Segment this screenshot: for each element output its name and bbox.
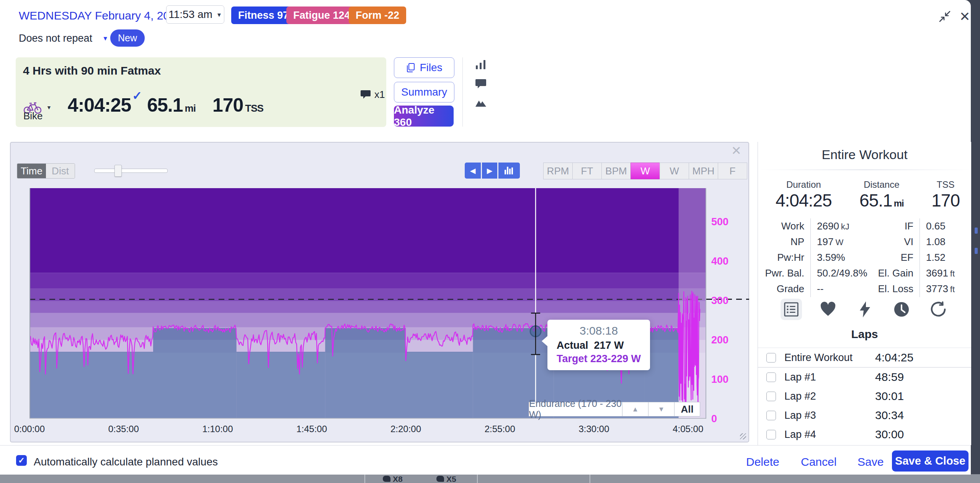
distance-value[interactable]: 65.1mi: [147, 94, 196, 116]
tss-value[interactable]: 170TSS: [212, 94, 263, 116]
bolt-icon: [858, 301, 871, 318]
histogram-button[interactable]: [498, 163, 520, 179]
comment-count: x1: [374, 89, 385, 101]
time-select[interactable]: 11:53 am ▼: [166, 5, 224, 24]
comments-indicator[interactable]: x1: [360, 89, 385, 101]
channel-bpm[interactable]: BPM: [601, 163, 631, 179]
channel-ft[interactable]: FT: [572, 163, 602, 179]
tab-heart-rate[interactable]: [817, 299, 839, 320]
prev-channel-button[interactable]: ◀: [465, 163, 481, 179]
panel-title: Entire Workout: [758, 147, 971, 162]
detail-tabs: [758, 299, 971, 320]
channel-mph[interactable]: MPH: [689, 163, 718, 179]
y-tick-label: 400: [711, 255, 728, 267]
lap-checkbox[interactable]: [766, 430, 776, 439]
tab-laps[interactable]: [781, 299, 802, 320]
dist-toggle-button[interactable]: Dist: [46, 164, 75, 178]
refresh-icon: [930, 301, 946, 317]
auto-calc-checkbox[interactable]: ✓: [16, 455, 27, 466]
tss-unit: TSS: [245, 102, 263, 114]
files-button[interactable]: Files: [394, 57, 454, 78]
next-channel-button[interactable]: ▶: [482, 163, 497, 179]
channel-f[interactable]: F: [718, 163, 747, 179]
collapse-icon[interactable]: [939, 10, 951, 23]
y-tick-label: 100: [711, 373, 728, 385]
zoom-slider-thumb[interactable]: [114, 165, 122, 177]
zone-down-button[interactable]: ▼: [648, 402, 675, 416]
tab-power[interactable]: [854, 299, 875, 320]
zone-up-button[interactable]: ▲: [622, 402, 648, 416]
fitness-badge[interactable]: Fitness 97: [231, 7, 296, 24]
background-page-bottom: X8 X5: [0, 474, 980, 483]
summary-button[interactable]: Summary: [394, 82, 454, 102]
x-tick-label: 0:35:00: [108, 424, 139, 434]
channel-selector: RPM FT BPM W W MPH F: [544, 163, 747, 179]
channel-rpm[interactable]: RPM: [543, 163, 573, 179]
summary-duration: Duration 4:04:25: [776, 179, 831, 211]
graph-close-icon[interactable]: ✕: [731, 143, 742, 158]
time-toggle-button[interactable]: Time: [17, 164, 46, 178]
close-icon[interactable]: ✕: [959, 10, 970, 23]
workout-title[interactable]: 4 Hrs with 90 min Fatmax: [23, 64, 161, 77]
zone-all-button[interactable]: All: [674, 402, 700, 416]
workout-date[interactable]: WEDNESDAY February 4, 2026: [19, 9, 182, 22]
stats-row: Grade -- El. Loss 3773ft: [758, 281, 971, 297]
background-divider: [364, 474, 365, 483]
zone-stepper: Endurance (170 - 230 W) ▲ ▼ All: [529, 402, 700, 416]
lap-row-1[interactable]: Lap #1 48:59: [758, 368, 971, 387]
power-graph[interactable]: [29, 188, 706, 419]
modal-footer: ✓ Automatically calculate planned values…: [0, 445, 971, 475]
completed-check-icon: ✓: [132, 89, 142, 103]
tab-cadence[interactable]: [928, 299, 949, 320]
lap-checkbox[interactable]: [766, 372, 776, 382]
analyze-360-button[interactable]: Analyze 360: [394, 106, 454, 127]
entire-workout-panel: Entire Workout Duration 4:04:25 Distance…: [758, 142, 971, 445]
cancel-button[interactable]: Cancel: [801, 455, 836, 468]
repeat-label: Does not repeat: [19, 33, 92, 44]
lap-row-3[interactable]: Lap #3 30:34: [758, 406, 971, 425]
time-dist-toggle: Time Dist: [17, 163, 75, 179]
background-divider: [477, 474, 478, 483]
y-tick-label: 500: [711, 216, 728, 228]
form-badge[interactable]: Form -22: [349, 7, 406, 24]
laps-list: Entire Workout 4:04:25 Lap #1 48:59 Lap …: [758, 348, 971, 444]
heart-icon: [820, 301, 836, 317]
fatigue-badge[interactable]: Fatigue 124: [286, 7, 357, 24]
workout-summary-card: 4 Hrs with 90 min Fatmax ▼ 4:04:25 ✓ 65.…: [16, 57, 386, 127]
lap-row-4[interactable]: Lap #4 30:00: [758, 425, 971, 444]
zoom-slider[interactable]: [94, 169, 168, 173]
channel-w-selected[interactable]: W: [630, 163, 660, 179]
lap-row-2[interactable]: Lap #2 30:01: [758, 387, 971, 406]
tab-time[interactable]: [891, 299, 912, 320]
background-count-badge: X5: [436, 475, 456, 483]
repeat-select[interactable]: Does not repeat ▼: [19, 33, 108, 44]
duration-value[interactable]: 4:04:25 ✓: [68, 94, 131, 116]
chart-icon[interactable]: [475, 59, 487, 70]
tooltip-target: Target 223-229 W: [557, 353, 641, 365]
resize-handle[interactable]: [740, 433, 746, 439]
comment-icon: [436, 476, 444, 482]
lap-checkbox[interactable]: [766, 392, 776, 401]
mountain-icon[interactable]: [475, 98, 487, 107]
delete-button[interactable]: Delete: [746, 455, 779, 468]
background-divider: [590, 474, 590, 483]
tooltip-time: 3:08:18: [557, 324, 641, 337]
files-icon: [406, 63, 415, 73]
auto-calc-label: Automatically calculate planned values: [34, 456, 218, 468]
save-button[interactable]: Save: [858, 455, 884, 468]
chevron-down-icon: ▼: [102, 35, 108, 42]
lap-checkbox[interactable]: [766, 411, 776, 420]
background-page-right: [971, 0, 980, 483]
person-icon: [383, 476, 390, 482]
lap-row-entire-workout[interactable]: Entire Workout 4:04:25: [758, 348, 971, 368]
lap-checkbox[interactable]: [766, 353, 776, 363]
x-tick-label: 0:00:00: [14, 424, 45, 434]
comment-icon[interactable]: [475, 78, 487, 89]
channel-w2[interactable]: W: [660, 163, 689, 179]
save-close-button[interactable]: Save & Close: [892, 450, 969, 472]
list-icon: [783, 301, 799, 317]
distance-unit: mi: [185, 102, 196, 114]
background-content: [975, 248, 978, 254]
y-tick-label: 200: [711, 334, 728, 346]
tooltip-actual: Actual 217 W: [557, 340, 641, 351]
